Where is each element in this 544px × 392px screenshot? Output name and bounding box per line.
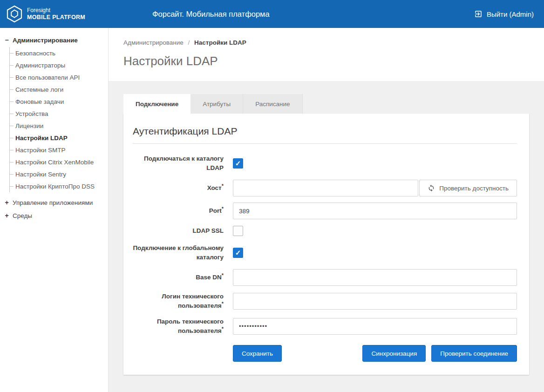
base-dn-input[interactable] [233, 269, 517, 286]
sidebar-section-label: Среды [13, 212, 32, 219]
ldap-ssl-checkbox[interactable] [233, 226, 243, 236]
test-connection-button[interactable]: Проверить соединение [431, 345, 517, 362]
required-asterisk: * [222, 325, 224, 331]
logo-hexagon-icon [7, 5, 22, 23]
sidebar: − Администрирование Безопасность Админис… [0, 28, 109, 392]
tech-login-input[interactable] [233, 293, 517, 310]
sidebar-item-api-users[interactable]: Все пользователи API [10, 71, 108, 83]
ldap-ssl-label: LDAP SSL [133, 226, 224, 236]
main-content: Администрирование / Настройки LDAP Настр… [109, 28, 544, 392]
tab-schedule[interactable]: Расписание [243, 94, 302, 114]
expand-icon[interactable]: + [4, 212, 9, 219]
sidebar-item-cryptopro-settings[interactable]: Настройки КриптоПро DSS [10, 180, 108, 192]
tab-connection[interactable]: Подключение [123, 94, 190, 114]
global-catalog-checkbox[interactable] [233, 248, 243, 258]
sidebar-item-licenses[interactable]: Лицензии [10, 120, 108, 132]
required-asterisk: * [222, 301, 224, 306]
tech-password-label: Пароль технического пользователя* [133, 317, 224, 336]
sidebar-item-devices[interactable]: Устройства [10, 108, 108, 120]
sidebar-item-system-logs[interactable]: Системные логи [10, 83, 108, 95]
host-input[interactable] [233, 180, 418, 196]
collapse-icon[interactable]: − [4, 36, 9, 44]
global-catalog-label: Подключение к глобальному каталогу [133, 243, 224, 263]
app-title: Форсайт. Мобильная платформа [152, 0, 270, 28]
sidebar-tree: Безопасность Администраторы Все пользова… [9, 47, 108, 192]
page-head: Администрирование / Настройки LDAP Настр… [109, 28, 544, 81]
port-label: Port* [133, 206, 224, 216]
sidebar-item-citrix-settings[interactable]: Настройки Citrix XenMobile [10, 156, 108, 168]
expand-icon[interactable]: + [4, 199, 9, 206]
tab-bar: Подключение Атрибуты Расписание [123, 94, 529, 114]
top-header: Foresight MOBILE PLATFORM Форсайт. Мобил… [0, 0, 544, 28]
check-availability-button[interactable]: Проверить доступность [419, 180, 517, 196]
sidebar-section-app-management[interactable]: + Управление приложениями [0, 196, 108, 209]
breadcrumb: Администрирование / Настройки LDAP [123, 39, 544, 46]
sync-button[interactable]: Синхронизация [362, 345, 426, 362]
required-asterisk: * [222, 272, 224, 277]
refresh-icon [428, 184, 435, 192]
connect-ldap-checkbox[interactable] [233, 158, 243, 169]
section-title: Аутентификация LDAP [133, 126, 517, 144]
logo: Foresight MOBILE PLATFORM [0, 5, 109, 23]
breadcrumb-parent[interactable]: Администрирование [123, 39, 184, 46]
sidebar-item-ldap-settings[interactable]: Настройки LDAP [10, 132, 108, 144]
content-area: Подключение Атрибуты Расписание Аутентиф… [109, 81, 544, 392]
sidebar-item-security[interactable]: Безопасность [10, 47, 108, 59]
page-title: Настройки LDAP [123, 54, 544, 68]
breadcrumb-current: Настройки LDAP [194, 39, 246, 46]
port-input[interactable] [233, 203, 517, 219]
logout-button[interactable]: Выйти (Admin) [474, 0, 534, 28]
sidebar-item-background-tasks[interactable]: Фоновые задачи [10, 95, 108, 108]
sidebar-item-administrators[interactable]: Администраторы [10, 59, 108, 71]
sidebar-section-administration[interactable]: − Администрирование [0, 34, 108, 47]
sidebar-item-sentry-settings[interactable]: Настройки Sentry [10, 168, 108, 180]
logo-line2: MOBILE PLATFORM [27, 14, 85, 21]
tab-attributes[interactable]: Атрибуты [190, 94, 243, 114]
app-root: Foresight MOBILE PLATFORM Форсайт. Мобил… [0, 0, 544, 392]
ldap-settings-card: Аутентификация LDAP Подключаться к катал… [123, 114, 529, 375]
sidebar-section-label: Управление приложениями [13, 199, 93, 206]
logo-line1: Foresight [27, 7, 85, 14]
sidebar-section-environments[interactable]: + Среды [0, 209, 108, 222]
host-label: Хост* [133, 183, 224, 193]
logout-label: Выйти (Admin) [487, 10, 534, 18]
check-availability-label: Проверить доступность [439, 185, 509, 192]
sidebar-section-label: Администрирование [13, 37, 78, 44]
required-asterisk: * [222, 182, 224, 188]
base-dn-label: Base DN* [133, 273, 224, 282]
connect-ldap-label: Подключаться к каталогу LDAP [133, 154, 224, 173]
logo-text: Foresight MOBILE PLATFORM [27, 7, 85, 21]
required-asterisk: * [222, 205, 224, 211]
breadcrumb-separator: / [188, 39, 190, 46]
save-button[interactable]: Сохранить [233, 345, 282, 362]
tech-password-input[interactable] [233, 318, 517, 335]
logout-icon [474, 10, 483, 18]
sidebar-item-smtp-settings[interactable]: Настройки SMTP [10, 144, 108, 156]
tech-login-label: Логин технического пользователя* [133, 292, 224, 311]
